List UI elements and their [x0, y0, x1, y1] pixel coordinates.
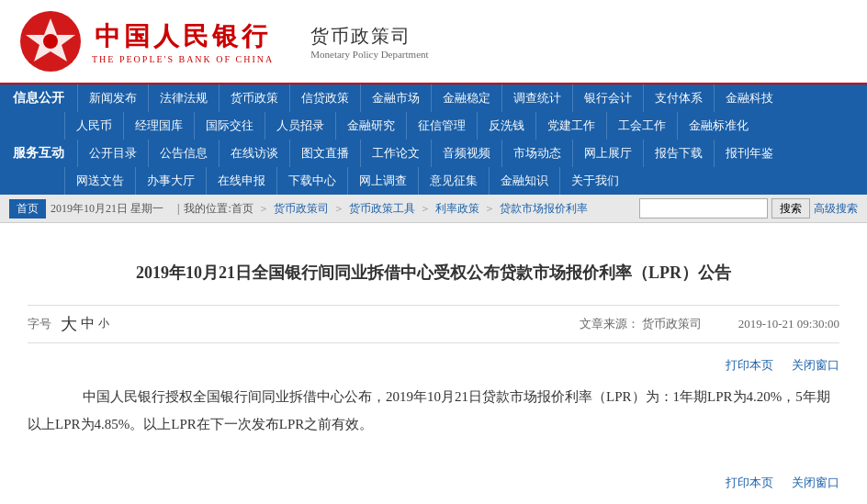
breadcrumb-monetary-dept[interactable]: 货币政策司 — [274, 201, 329, 217]
dept-area: 货币政策司 Monetary Policy Department — [310, 24, 428, 60]
source-value: 货币政策司 — [642, 317, 702, 330]
nav-item-affairs[interactable]: 办事大厅 — [135, 167, 206, 195]
nav-item-market[interactable]: 市场动态 — [501, 140, 572, 167]
breadcrumb-sep1: ＞ — [258, 201, 269, 217]
breadcrumb-separator0: | — [177, 202, 179, 216]
article-source: 文章来源： 货币政策司 — [580, 316, 702, 332]
source-label: 文章来源： — [580, 317, 639, 330]
nav-row2-items: 人民币 经理国库 国际交往 人员招录 金融研究 征信管理 反洗钱 党建工作 工会… — [64, 112, 867, 140]
nav-item-monetary[interactable]: 货币政策 — [219, 84, 289, 112]
nav-item-intl[interactable]: 国际交往 — [194, 112, 265, 140]
nav-item-live[interactable]: 图文直播 — [289, 140, 360, 167]
nav-item-papers[interactable]: 工作论文 — [360, 140, 431, 167]
nav-item-news[interactable]: 新闻发布 — [77, 84, 148, 112]
nav-item-credit-mgmt[interactable]: 征信管理 — [406, 112, 477, 140]
close-bottom-link[interactable]: 关闭窗口 — [792, 475, 839, 491]
nav-item-comments[interactable]: 意见征集 — [418, 167, 489, 195]
logo-area: 中国人民银行 THE PEOPLE'S BANK OF CHINA — [18, 9, 274, 73]
nav-item-standard[interactable]: 金融标准化 — [677, 112, 760, 140]
article-wrapper: 2019年10月21日全国银行间同业拆借中心受权公布贷款市场报价利率（LPR）公… — [0, 223, 867, 504]
font-medium-button[interactable]: 中 — [81, 315, 95, 332]
nav-row-2: 人民币 经理国库 国际交往 人员招录 金融研究 征信管理 反洗钱 党建工作 工会… — [0, 112, 867, 140]
breadcrumb-sep2: ＞ — [333, 201, 344, 217]
nav-item-fin-knowledge[interactable]: 金融知识 — [489, 167, 559, 195]
search-input[interactable] — [639, 198, 768, 218]
nav-item-party[interactable]: 党建工作 — [535, 112, 606, 140]
nav-item-accounting[interactable]: 银行会计 — [572, 84, 643, 112]
breadcrumb-monetary-tools[interactable]: 货币政策工具 — [349, 201, 415, 217]
nav-item-survey[interactable]: 调查统计 — [501, 84, 572, 112]
my-location-label: 我的位置:首页 — [184, 201, 253, 217]
print-bottom-link[interactable]: 打印本页 — [726, 475, 773, 491]
article-title: 2019年10月21日全国银行间同业拆借中心受权公布贷款市场报价利率（LPR）公… — [28, 260, 839, 286]
nav-item-audio[interactable]: 音频视频 — [431, 140, 501, 167]
site-header: 中国人民银行 THE PEOPLE'S BANK OF CHINA 货币政策司 … — [0, 0, 867, 84]
navigation: 信息公开 新闻发布 法律法规 货币政策 信贷政策 金融市场 金融稳定 调查统计 … — [0, 84, 867, 195]
nav-item-download[interactable]: 下载中心 — [276, 167, 347, 195]
bank-name-cn: 中国人民银行 — [95, 19, 271, 54]
nav-item-financial-stable[interactable]: 金融稳定 — [431, 84, 501, 112]
nav-item-survey2[interactable]: 网上调查 — [347, 167, 418, 195]
close-top-link[interactable]: 关闭窗口 — [792, 357, 839, 374]
advanced-search-link[interactable]: 高级搜索 — [814, 201, 858, 217]
nav-row-4: 网送文告 办事大厅 在线申报 下载中心 网上调查 意见征集 金融知识 关于我们 — [0, 167, 867, 195]
nav-row4-items: 网送文告 办事大厅 在线申报 下载中心 网上调查 意见征集 金融知识 关于我们 — [64, 167, 867, 195]
nav-item-interview[interactable]: 在线访谈 — [219, 140, 289, 167]
dept-name-cn: 货币政策司 — [310, 24, 428, 49]
nav-item-catalog[interactable]: 公开目录 — [77, 140, 148, 167]
breadcrumb-date: 2019年10月21日 星期一 — [51, 201, 163, 217]
breadcrumb-sep3: ＞ — [420, 201, 431, 217]
nav-item-online-report[interactable]: 在线申报 — [206, 167, 276, 195]
article-meta: 字号 大 中 小 文章来源： 货币政策司 2019-10-21 09:30:00 — [28, 305, 839, 343]
nav-item-financial-market[interactable]: 金融市场 — [360, 84, 431, 112]
nav-item-reports[interactable]: 报告下载 — [643, 140, 714, 167]
nav-item-yearbook[interactable]: 报刊年鉴 — [714, 140, 784, 167]
nav-item-fintech[interactable]: 金融科技 — [714, 84, 784, 112]
breadcrumb-lpr-market[interactable]: 贷款市场报价利率 — [500, 201, 588, 217]
nav-item-payment[interactable]: 支付体系 — [643, 84, 714, 112]
nav-label-service: 服务互动 — [0, 140, 77, 167]
article-date: 2019-10-21 09:30:00 — [738, 317, 839, 331]
breadcrumb-sep4: ＞ — [484, 201, 495, 217]
article-bottom-actions: 打印本页 关闭窗口 — [28, 465, 839, 491]
breadcrumb-rate-policy[interactable]: 利率政策 — [435, 201, 479, 217]
nav-item-credit[interactable]: 信贷政策 — [289, 84, 360, 112]
article-body: 中国人民银行授权全国银行间同业拆借中心公布，2019年10月21日贷款市场报价利… — [28, 383, 839, 438]
nav-item-netnotice[interactable]: 网送文告 — [64, 167, 135, 195]
nav-row3-items: 公开目录 公告信息 在线访谈 图文直播 工作论文 音频视频 市场动态 网上展厅 … — [77, 140, 867, 167]
nav-item-treasury[interactable]: 经理国库 — [123, 112, 194, 140]
nav-item-union[interactable]: 工会工作 — [606, 112, 677, 140]
nav-item-research[interactable]: 金融研究 — [335, 112, 406, 140]
nav-item-about[interactable]: 关于我们 — [559, 167, 630, 195]
font-size-control: 字号 大 中 小 — [28, 313, 109, 335]
font-small-button[interactable]: 小 — [98, 316, 109, 331]
nav-item-recruit[interactable]: 人员招录 — [265, 112, 335, 140]
nav-item-law[interactable]: 法律法规 — [148, 84, 219, 112]
logo-text: 中国人民银行 THE PEOPLE'S BANK OF CHINA — [92, 19, 274, 64]
breadcrumb-bar: 首页 2019年10月21日 星期一 | 我的位置:首页 ＞ 货币政策司 ＞ 货… — [0, 195, 867, 223]
home-button[interactable]: 首页 — [9, 199, 46, 218]
font-size-label: 字号 — [28, 316, 51, 332]
nav-label-spacer2 — [0, 167, 64, 195]
search-button[interactable]: 搜索 — [771, 198, 810, 218]
svg-point-2 — [43, 34, 58, 49]
article-top-actions: 打印本页 关闭窗口 — [28, 357, 839, 374]
print-top-link[interactable]: 打印本页 — [726, 357, 773, 374]
nav-row-3: 服务互动 公开目录 公告信息 在线访谈 图文直播 工作论文 音频视频 市场动态 … — [0, 140, 867, 167]
nav-row-1: 信息公开 新闻发布 法律法规 货币政策 信贷政策 金融市场 金融稳定 调查统计 … — [0, 84, 867, 112]
dept-name-en: Monetary Policy Department — [310, 49, 428, 60]
font-large-button[interactable]: 大 — [61, 313, 77, 335]
search-area: 搜索 高级搜索 — [639, 198, 858, 218]
nav-item-renminbi[interactable]: 人民币 — [64, 112, 123, 140]
nav-label-spacer — [0, 112, 64, 140]
bank-name-en: THE PEOPLE'S BANK OF CHINA — [92, 54, 274, 64]
nav-label-info: 信息公开 — [0, 84, 77, 112]
nav-row1-items: 新闻发布 法律法规 货币政策 信贷政策 金融市场 金融稳定 调查统计 银行会计 … — [77, 84, 867, 112]
bank-emblem-icon — [18, 9, 83, 73]
nav-item-aml[interactable]: 反洗钱 — [477, 112, 535, 140]
nav-item-announcement[interactable]: 公告信息 — [148, 140, 219, 167]
nav-item-online-hall[interactable]: 网上展厅 — [572, 140, 643, 167]
